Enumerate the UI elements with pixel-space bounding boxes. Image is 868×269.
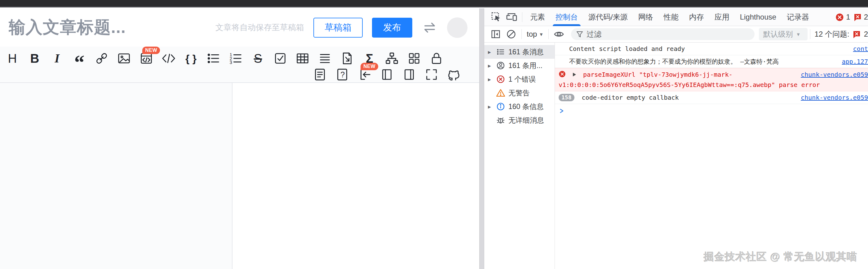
mind-map-icon[interactable] bbox=[381, 51, 403, 66]
disclosure-caret-icon[interactable]: ▸ bbox=[488, 76, 496, 83]
console-message-row[interactable]: cont Content script loaded and ready bbox=[555, 43, 868, 55]
image-icon[interactable] bbox=[113, 51, 135, 66]
tab-memory[interactable]: 内存 bbox=[684, 8, 709, 26]
editor-header: 输入文章标题... 文章将自动保存至草稿箱 草稿箱 发布 bbox=[0, 8, 479, 47]
tab-recorder[interactable]: 记录器 bbox=[781, 8, 814, 26]
device-toolbar-icon[interactable] bbox=[504, 10, 520, 24]
sidebar-item-label: 161 条消息 bbox=[508, 47, 544, 57]
draft-box-button[interactable]: 草稿箱 bbox=[313, 18, 363, 37]
log-levels-dropdown[interactable]: 默认级别 ▼ bbox=[759, 28, 808, 41]
tab-application[interactable]: 应用 bbox=[709, 8, 735, 26]
sidebar-item-all-messages[interactable]: ▸ 161 条消息 bbox=[484, 45, 555, 59]
publish-button[interactable]: 发布 bbox=[372, 18, 412, 37]
source-link[interactable]: chunk-vendors.e059 bbox=[801, 93, 868, 102]
devtools-panel: 元素 控制台 源代码/来源 网络 性能 内存 应用 Lighthouse 记录器… bbox=[484, 8, 868, 269]
tab-performance[interactable]: 性能 bbox=[658, 8, 684, 26]
lock-icon[interactable] bbox=[425, 51, 447, 66]
sidebar-item-errors[interactable]: ▸ 1 个错误 bbox=[484, 72, 555, 86]
issues-counter[interactable]: 12 个问题: 2 bbox=[815, 29, 868, 39]
message-text: code-editor empty callback bbox=[582, 94, 679, 101]
numbered-list-icon[interactable]: 1 2 3 bbox=[224, 51, 247, 66]
table-icon[interactable] bbox=[291, 51, 314, 66]
sidebar-item-label: 无警告 bbox=[508, 88, 530, 98]
outline-icon[interactable] bbox=[309, 67, 331, 82]
console-message-row[interactable]: chunk-vendors.e059 158 code-editor empty… bbox=[555, 91, 868, 104]
braces-icon[interactable]: { } bbox=[180, 51, 202, 66]
console-sidebar-toggle-icon[interactable] bbox=[488, 27, 503, 41]
code-block-icon[interactable]: NEW bbox=[135, 51, 157, 66]
chevron-down-icon: ▼ bbox=[796, 32, 801, 37]
separator bbox=[810, 29, 810, 39]
devtools-tab-bar: 元素 控制台 源代码/来源 网络 性能 内存 应用 Lighthouse 记录器… bbox=[484, 8, 868, 26]
separator bbox=[521, 29, 522, 39]
console-messages: cont Content script loaded and ready app… bbox=[555, 43, 868, 269]
context-selector[interactable]: top ▼ bbox=[524, 30, 546, 38]
sidebar-item-warnings[interactable]: 无警告 bbox=[484, 86, 555, 100]
tab-sources[interactable]: 源代码/来源 bbox=[583, 8, 633, 26]
prompt-chevron-icon bbox=[559, 108, 564, 114]
inline-code-icon[interactable] bbox=[157, 51, 180, 66]
expand-caret-icon[interactable] bbox=[572, 70, 576, 79]
export-image-icon[interactable] bbox=[336, 51, 359, 66]
italic-icon[interactable]: I bbox=[46, 51, 68, 66]
sidebar-item-verbose[interactable]: 无详细消息 bbox=[484, 113, 555, 127]
info-icon bbox=[496, 102, 508, 111]
sidebar-item-label: 1 个错误 bbox=[508, 75, 536, 84]
devtools-splitter-handle[interactable] bbox=[479, 8, 484, 269]
heading-icon[interactable]: H bbox=[1, 51, 24, 66]
bulleted-list-icon[interactable] bbox=[202, 51, 224, 66]
task-list-icon[interactable] bbox=[269, 51, 291, 66]
panel-right-icon[interactable] bbox=[398, 67, 421, 82]
sidebar-item-user-messages[interactable]: ▸ 161 条用... bbox=[484, 59, 555, 72]
toolbar-row-1: H B I “ bbox=[1, 51, 447, 66]
repeat-count-badge: 158 bbox=[559, 94, 575, 101]
console-errors-indicator[interactable]: 1 bbox=[835, 13, 850, 22]
panel-left-icon[interactable] bbox=[376, 67, 398, 82]
tab-network[interactable]: 网络 bbox=[633, 8, 658, 26]
source-link[interactable]: cont bbox=[853, 44, 868, 53]
strikethrough-icon[interactable]: S bbox=[247, 51, 269, 66]
sync-switch-icon[interactable] bbox=[422, 20, 438, 35]
user-avatar[interactable] bbox=[447, 18, 467, 38]
import-icon[interactable]: NEW bbox=[353, 67, 376, 82]
fullscreen-icon[interactable] bbox=[421, 67, 443, 82]
tab-console[interactable]: 控制台 bbox=[550, 8, 583, 26]
blockquote-icon[interactable]: “ bbox=[68, 51, 91, 66]
live-expression-eye-icon[interactable] bbox=[551, 27, 567, 41]
issues-indicator[interactable]: 2 bbox=[854, 13, 868, 22]
inspect-element-icon[interactable] bbox=[489, 10, 504, 24]
editor-toolbar: H B I “ bbox=[0, 47, 479, 83]
issues-badge-icon bbox=[852, 30, 861, 38]
source-link[interactable]: chunk-vendors.e059 bbox=[801, 70, 868, 79]
markdown-editor-panel: 输入文章标题... 文章将自动保存至草稿箱 草稿箱 发布 H B I “ bbox=[0, 8, 479, 269]
disclosure-caret-icon[interactable]: ▸ bbox=[488, 62, 496, 69]
console-prompt[interactable] bbox=[555, 104, 868, 116]
error-icon bbox=[496, 75, 508, 84]
devtools-status-badges: 1 2 bbox=[835, 13, 868, 22]
chevron-down-icon: ▼ bbox=[539, 32, 544, 37]
bold-icon[interactable]: B bbox=[24, 51, 46, 66]
components-grid-icon[interactable] bbox=[403, 51, 425, 66]
sidebar-item-label: 161 条用... bbox=[508, 61, 542, 71]
issues-badge-icon bbox=[854, 13, 862, 22]
horizontal-rule-icon[interactable] bbox=[314, 51, 336, 66]
article-title-input[interactable]: 输入文章标题... bbox=[9, 16, 206, 39]
separator bbox=[522, 12, 522, 22]
clear-console-icon[interactable] bbox=[503, 27, 519, 41]
markdown-preview-pane bbox=[232, 83, 479, 269]
sidebar-item-info[interactable]: ▸ 160 条信息 bbox=[484, 100, 555, 113]
console-filter-input[interactable]: 过滤 bbox=[571, 28, 754, 40]
console-message-row[interactable]: app.127 不要吹灭你的灵感和你的想象力；不要成为你的模型的奴隶。 —文森特… bbox=[555, 55, 868, 68]
list-icon bbox=[496, 47, 508, 56]
error-icon bbox=[559, 71, 566, 80]
disclosure-caret-icon[interactable]: ▸ bbox=[488, 49, 496, 56]
link-icon[interactable] bbox=[91, 51, 113, 66]
console-error-row[interactable]: chunk-vendors.e059 parseImageXUrl "tplv-… bbox=[555, 68, 868, 91]
source-link[interactable]: app.127 bbox=[842, 57, 868, 66]
markdown-source-pane[interactable] bbox=[0, 83, 232, 269]
tab-lighthouse[interactable]: Lighthouse bbox=[735, 8, 781, 26]
help-icon[interactable]: ? bbox=[331, 67, 353, 82]
tab-elements[interactable]: 元素 bbox=[525, 8, 550, 26]
disclosure-caret-icon[interactable]: ▸ bbox=[488, 103, 496, 110]
github-icon[interactable] bbox=[443, 67, 465, 82]
